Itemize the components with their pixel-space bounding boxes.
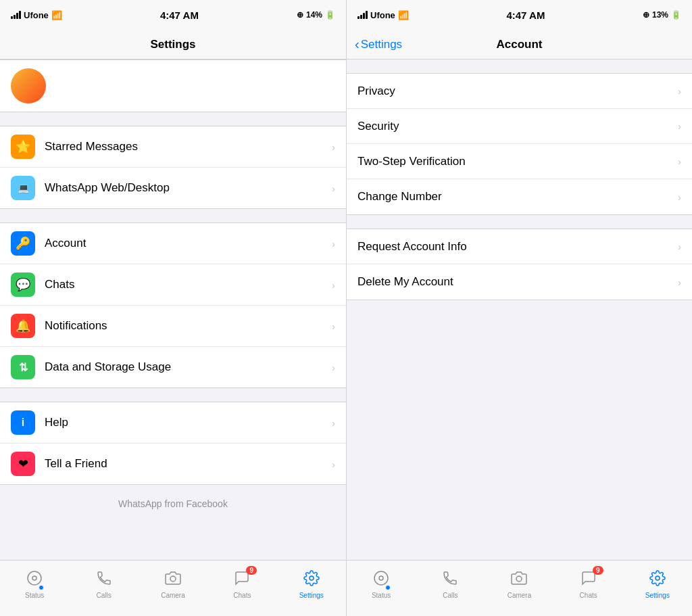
camera-label-left: Camera <box>161 592 185 599</box>
chats-label: Chats <box>45 278 332 291</box>
settings-tab-label-left: Settings <box>299 592 324 599</box>
calls-label-left: Calls <box>96 592 111 599</box>
svg-point-0 <box>28 571 41 585</box>
chats-tab-icon-right: 9 <box>580 570 597 590</box>
back-chevron-icon: ‹ <box>355 37 360 52</box>
svg-point-3 <box>310 576 314 580</box>
tab-calls-right[interactable]: Calls <box>430 570 470 599</box>
signal-icon <box>11 11 21 19</box>
account-icon: 🔑 <box>11 231 35 256</box>
battery-left: 14% <box>306 10 322 20</box>
settings-tab-icon-left <box>303 570 320 590</box>
tab-chats-right[interactable]: 9 Chats <box>568 570 609 599</box>
battery-icon-left: 🔋 <box>325 10 335 20</box>
battery-right: 13% <box>652 10 668 20</box>
chats-tab-label-right: Chats <box>580 592 597 599</box>
tell-friend-label: Tell a Friend <box>45 457 332 471</box>
starred-messages-label: Starred Messages <box>45 140 332 153</box>
calls-icon-right <box>442 570 458 590</box>
calls-label-right: Calls <box>443 592 458 599</box>
tab-bar-right: Status Calls Camera <box>346 561 692 616</box>
chevron-friend: › <box>332 458 335 470</box>
tab-chats-left[interactable]: 9 Chats <box>222 570 262 599</box>
footer-text: WhatsApp from Facebook <box>0 485 346 516</box>
chevron-account: › <box>332 238 335 250</box>
data-storage-icon: ⇅ <box>11 355 35 379</box>
tell-friend-item[interactable]: ❤ Tell a Friend › <box>0 444 346 484</box>
data-storage-label: Data and Storage Usage <box>45 360 332 374</box>
back-button[interactable]: ‹ Settings <box>355 37 402 52</box>
svg-point-6 <box>516 576 522 582</box>
settings-panel: Ufone 📶 4:47 AM ⊕ 14% 🔋 Settings <box>0 0 346 560</box>
chats-tab-label-left: Chats <box>233 592 251 599</box>
tab-status-right[interactable]: Status <box>361 570 401 599</box>
privacy-item[interactable]: Privacy › <box>347 74 692 109</box>
status-bar-right: Ufone 📶 4:47 AM ⊕ 13% 🔋 <box>347 0 692 30</box>
chevron-delete: › <box>678 277 681 288</box>
carrier-right: Ufone <box>370 10 395 20</box>
carrier-left: Ufone <box>24 10 49 20</box>
whatsapp-web-item[interactable]: 💻 WhatsApp Web/Desktop › <box>0 168 346 208</box>
chats-item[interactable]: 💬 Chats › <box>0 264 346 306</box>
tab-camera-right[interactable]: Camera <box>499 570 539 599</box>
chats-badge-left: 9 <box>246 566 257 575</box>
section-gap-2 <box>0 209 346 222</box>
section-gap-1 <box>0 112 346 126</box>
delete-account-item[interactable]: Delete My Account › <box>347 264 692 300</box>
tab-settings-left[interactable]: Settings <box>291 570 332 599</box>
account-panel: Ufone 📶 4:47 AM ⊕ 13% 🔋 ‹ Settings Accou… <box>346 0 692 560</box>
wifi-icon-right: 📶 <box>398 10 409 20</box>
nav-bar-left: Settings <box>0 30 346 60</box>
status-label-left: Status <box>25 592 44 599</box>
status-label-right: Status <box>372 592 391 599</box>
settings-content: ⭐ Starred Messages › 💻 WhatsApp Web/Desk… <box>0 60 346 560</box>
chevron-two-step: › <box>678 156 681 167</box>
notifications-item[interactable]: 🔔 Notifications › <box>0 306 346 347</box>
tab-status-left[interactable]: Status <box>14 570 55 599</box>
tab-camera-left[interactable]: Camera <box>153 570 193 599</box>
profile-item[interactable] <box>0 60 346 112</box>
change-number-item[interactable]: Change Number › <box>347 179 692 214</box>
help-item[interactable]: i Help › <box>0 402 346 444</box>
help-icon: i <box>11 410 35 435</box>
chats-tab-icon-left: 9 <box>234 570 250 590</box>
chevron-web: › <box>332 183 335 194</box>
settings-tab-icon-right <box>649 570 666 590</box>
security-item[interactable]: Security › <box>347 109 692 144</box>
tab-calls-left[interactable]: Calls <box>84 570 124 599</box>
status-bar-left: Ufone 📶 4:47 AM ⊕ 14% 🔋 <box>0 0 346 30</box>
two-step-item[interactable]: Two-Step Verification › <box>347 144 692 179</box>
chats-icon: 💬 <box>11 273 35 297</box>
account-gap-1 <box>347 60 692 73</box>
status-bar-right-right: ⊕ 13% 🔋 <box>643 10 681 20</box>
chevron-help: › <box>332 417 335 429</box>
camera-icon-right <box>511 570 527 590</box>
settings-tab-label-right: Settings <box>645 592 670 599</box>
section-gap-3 <box>0 388 346 402</box>
status-bar-right-left: Ufone 📶 <box>357 10 409 20</box>
status-bar-left-info: Ufone 📶 <box>11 10 62 20</box>
time-left: 4:47 AM <box>160 9 199 21</box>
wifi-icon-left: 📶 <box>51 10 62 20</box>
chevron-request: › <box>678 241 681 252</box>
chevron-privacy: › <box>678 85 681 97</box>
calls-icon-left <box>96 570 112 590</box>
svg-point-1 <box>32 576 36 580</box>
account-section-2: Request Account Info › Delete My Account… <box>347 229 692 300</box>
status-icon-right <box>373 570 389 590</box>
data-storage-item[interactable]: ⇅ Data and Storage Usage › <box>0 347 346 387</box>
account-item[interactable]: 🔑 Account › <box>0 223 346 264</box>
tab-settings-right[interactable]: Settings <box>637 570 678 599</box>
request-account-item[interactable]: Request Account Info › <box>347 229 692 264</box>
chevron-change-number: › <box>678 191 681 203</box>
chevron-starred: › <box>332 141 335 153</box>
starred-messages-item[interactable]: ⭐ Starred Messages › <box>0 126 346 168</box>
delete-account-label: Delete My Account <box>357 275 678 289</box>
back-label: Settings <box>361 38 402 51</box>
whatsapp-web-label: WhatsApp Web/Desktop <box>45 181 332 195</box>
location-icon-left: ⊕ <box>297 10 303 20</box>
account-content: Privacy › Security › Two-Step Verificati… <box>347 60 692 560</box>
chevron-notifications: › <box>332 321 335 332</box>
nav-bar-right: ‹ Settings Account <box>347 30 692 60</box>
security-label: Security <box>357 120 678 133</box>
